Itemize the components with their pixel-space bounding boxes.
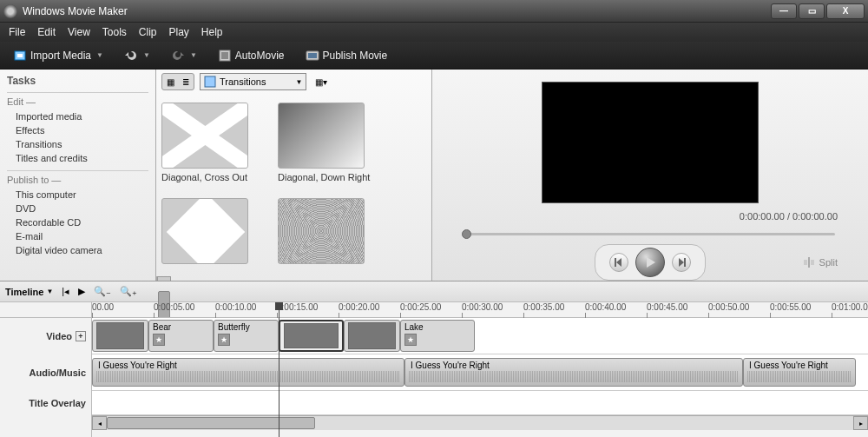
video-clip[interactable] xyxy=(92,320,148,352)
audio-clip[interactable]: I Guess You're Right xyxy=(404,358,743,387)
tasks-section-header: Publish to — xyxy=(7,170,148,185)
split-button[interactable]: Split xyxy=(803,256,838,268)
details-view-icon[interactable]: ≣ xyxy=(178,74,194,89)
dropdown-icon: ▼ xyxy=(190,51,197,59)
playhead[interactable] xyxy=(279,302,279,437)
task-link[interactable]: E-mail xyxy=(7,229,148,243)
redo-icon xyxy=(171,49,185,63)
task-link[interactable]: DVD xyxy=(7,202,148,215)
audio-clip[interactable]: I Guess You're Right xyxy=(743,358,856,387)
seek-bar[interactable] xyxy=(465,229,835,239)
video-clip[interactable] xyxy=(344,320,400,352)
play-icon xyxy=(644,256,656,268)
timeline-mode-button[interactable]: Timeline▼ xyxy=(5,287,53,297)
collection-options-button[interactable]: ▦▾ xyxy=(312,76,331,88)
timeline-labels: Video+ Audio/Music Title Overlay xyxy=(0,302,92,437)
title-track-label: Title Overlay xyxy=(0,391,91,415)
dropdown-icon: ▼ xyxy=(96,51,103,59)
scroll-right-button[interactable]: ▸ xyxy=(853,416,868,430)
import-icon xyxy=(13,49,27,63)
hscroll-thumb[interactable] xyxy=(107,417,315,429)
tasks-section-header: Edit — xyxy=(7,92,148,107)
play-button[interactable] xyxy=(635,248,665,277)
task-link[interactable]: This computer xyxy=(7,188,148,202)
video-clip[interactable]: Bear★ xyxy=(148,320,214,352)
expand-video-button[interactable]: + xyxy=(76,331,86,341)
tasks-header: Tasks xyxy=(7,75,148,87)
collection-dropdown[interactable]: Transitions ▼ xyxy=(200,73,306,90)
task-link[interactable]: Digital video camera xyxy=(7,243,148,257)
title-overlay-track[interactable] xyxy=(92,391,868,415)
publish-movie-button[interactable]: Publish Movie xyxy=(299,46,394,65)
minimize-button[interactable]: — xyxy=(771,3,797,19)
menu-play[interactable]: Play xyxy=(169,26,189,38)
clip-thumb xyxy=(96,322,144,349)
collection-item[interactable] xyxy=(278,198,382,268)
zoom-in-button[interactable]: 🔍₊ xyxy=(120,286,137,297)
audio-clip[interactable]: I Guess You're Right xyxy=(92,358,404,387)
play-timeline-button[interactable]: ▶ xyxy=(78,286,85,297)
timeline-ruler[interactable]: 00.000:00:05.000:00:10.000:00:15.000:00:… xyxy=(92,302,868,318)
menu-clip[interactable]: Clip xyxy=(139,26,157,38)
prev-frame-button[interactable] xyxy=(609,253,628,272)
svg-rect-6 xyxy=(615,258,616,267)
video-clip[interactable] xyxy=(279,320,344,352)
menu-edit[interactable]: Edit xyxy=(37,26,56,38)
task-link[interactable]: Titles and credits xyxy=(7,151,148,165)
task-link[interactable]: Effects xyxy=(7,123,148,137)
undo-button[interactable]: ▼ xyxy=(118,46,156,65)
video-clip[interactable]: Lake★ xyxy=(400,320,475,352)
collection-item[interactable] xyxy=(161,198,266,268)
redo-button[interactable]: ▼ xyxy=(165,46,203,65)
rewind-button[interactable]: |◂ xyxy=(62,286,69,297)
view-toggle[interactable]: ▦ ≣ xyxy=(161,73,194,90)
menu-help[interactable]: Help xyxy=(201,26,223,38)
next-frame-button[interactable] xyxy=(672,253,691,272)
audio-clip-label: I Guess You're Right xyxy=(411,361,737,370)
ruler-tick: 0:00:10.00 xyxy=(215,302,256,312)
options-icon: ▦▾ xyxy=(315,77,327,87)
clip-label: Bear xyxy=(153,322,171,332)
audio-track[interactable]: I Guess You're RightI Guess You're Right… xyxy=(92,354,868,391)
video-clip[interactable]: Butterfly★ xyxy=(214,320,279,352)
collection-item-label: Diagonal, Down Right xyxy=(278,172,382,182)
close-button[interactable]: X xyxy=(826,3,865,19)
ruler-tick: 0:00:40.00 xyxy=(585,302,626,312)
ruler-tick: 0:00:20.00 xyxy=(339,302,379,312)
menu-view[interactable]: View xyxy=(68,26,90,38)
task-link[interactable]: Recordable CD xyxy=(7,215,148,229)
menu-tools[interactable]: Tools xyxy=(102,26,127,38)
automovie-button[interactable]: AutoMovie xyxy=(212,46,291,65)
svg-rect-9 xyxy=(804,260,807,265)
zoom-out-button[interactable]: 🔍₋ xyxy=(94,286,111,297)
task-link[interactable]: Imported media xyxy=(7,109,148,123)
collection-body: Diagonal, Cross OutDiagonal, Down Right xyxy=(156,94,431,276)
task-link[interactable]: Transitions xyxy=(7,137,148,151)
timeline-hscrollbar[interactable]: ◂ ▸ xyxy=(92,415,868,430)
preview-screen xyxy=(542,82,759,203)
seek-handle[interactable] xyxy=(462,229,471,239)
transitions-icon xyxy=(204,76,216,88)
window-title: Windows Movie Maker xyxy=(23,5,771,17)
effect-icon: ★ xyxy=(153,334,165,346)
svg-rect-2 xyxy=(221,52,228,59)
menu-file[interactable]: File xyxy=(9,26,25,38)
collection-item[interactable]: Diagonal, Cross Out xyxy=(161,103,266,182)
transition-thumb xyxy=(278,103,365,169)
maximize-button[interactable]: ▭ xyxy=(799,3,825,19)
scroll-left-button[interactable]: ◂ xyxy=(92,416,107,430)
import-media-button[interactable]: Import Media ▼ xyxy=(7,46,109,65)
ruler-tick: 0:00:35.00 xyxy=(523,302,564,312)
collection-dropdown-label: Transitions xyxy=(220,76,266,87)
video-track[interactable]: Bear★Butterfly★Lake★ xyxy=(92,318,868,354)
waveform xyxy=(96,371,400,382)
automovie-icon xyxy=(218,49,232,63)
svg-rect-5 xyxy=(205,76,215,87)
ruler-tick: 0:00:30.00 xyxy=(462,302,503,312)
split-label: Split xyxy=(819,257,838,268)
waveform xyxy=(409,371,739,382)
svg-rect-4 xyxy=(308,53,317,58)
transition-thumb xyxy=(161,103,248,169)
thumbnail-view-icon[interactable]: ▦ xyxy=(162,74,178,89)
collection-item[interactable]: Diagonal, Down Right xyxy=(278,103,382,182)
